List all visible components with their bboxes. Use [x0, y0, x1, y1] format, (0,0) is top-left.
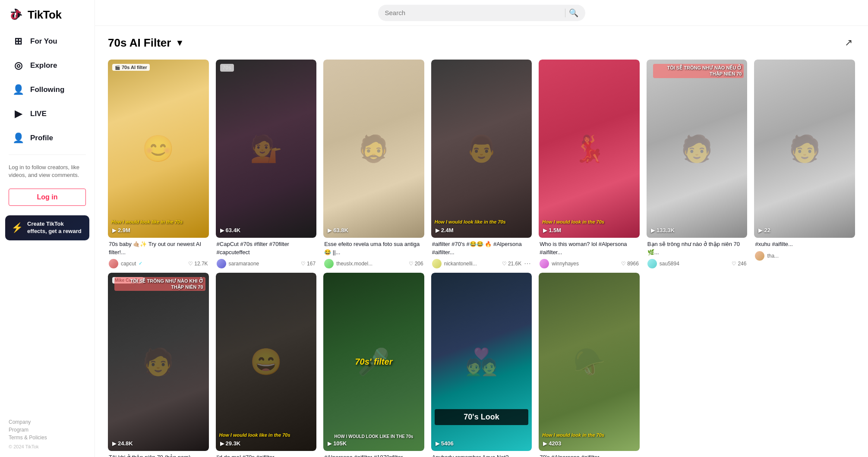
footer-link-company[interactable]: Company: [9, 419, 86, 425]
author-avatar-v1: [109, 259, 118, 268]
play-triangle-icon: ▶: [328, 227, 331, 233]
capcut-icon: 🎬: [115, 65, 120, 70]
author-avatar-v6: [647, 259, 657, 268]
sidebar-item-following[interactable]: 👤 Following: [3, 79, 91, 101]
author-name-v6: sau5894: [660, 261, 679, 267]
video-author-v5: winnyhayes ♡ 8966: [540, 259, 639, 268]
face-placeholder: 😊: [108, 60, 209, 238]
create-effect-banner[interactable]: ⚡ Create TikTok effects, get a reward: [5, 215, 89, 240]
sidebar-item-for-you[interactable]: ⊞ For You: [3, 30, 91, 53]
like-count-v3: ♡ 206: [409, 261, 423, 267]
play-triangle-icon: ▶: [112, 227, 116, 233]
heart-icon-v2: ♡: [301, 261, 306, 267]
logo[interactable]: T TikTok: [0, 0, 95, 29]
footer-link-program[interactable]: Program: [9, 427, 86, 433]
video-desc-v11: Anybody remember Aqua Net? #Alpersona #a…: [432, 454, 531, 457]
sidebar: T TikTok ⊞ For You ◎ Explore 👤 Following…: [0, 0, 95, 457]
thumb-bg-v10: 🎤 70s' filter HOW I WOULD LOOK LIKE IN T…: [323, 273, 424, 451]
more-button-v4[interactable]: ⋯: [524, 259, 531, 268]
sidebar-item-live[interactable]: ▶ LIVE: [3, 103, 91, 125]
heart-icon-v6: ♡: [732, 261, 736, 267]
video-desc-v9: I'd do me! #70s #aifilter: [217, 454, 316, 457]
footer-link-terms[interactable]: Terms & Policies: [9, 435, 86, 441]
face-placeholder: 🧑: [754, 60, 855, 238]
like-count-v2: ♡ 167: [301, 261, 316, 267]
play-triangle-icon: ▶: [220, 441, 224, 447]
video-badge-v2: 70s: [220, 64, 234, 72]
play-count-v6: ▶ 133.3K: [651, 227, 675, 233]
video-thumbnail-v12: 🪖 How I would look in the 70s ▶ 4203: [539, 273, 640, 451]
thumb-bg-v12: 🪖 How I would look in the 70s: [539, 273, 640, 451]
video-card-v8[interactable]: 🧑 Mike CapCut TÔI SẼ TRÔNG NHƯ NÀO KHI Ở…: [108, 273, 209, 457]
video-thumbnail-v10: 🎤 70s' filter HOW I WOULD LOOK LIKE IN T…: [323, 273, 424, 451]
author-name-v7: tha...: [767, 253, 779, 259]
play-triangle-icon: ▶: [651, 227, 655, 233]
video-desc-v10: #Alpersona #aifilter #1970sfilter...: [324, 454, 423, 457]
video-thumbnail-v3: 🧔 ▶ 63.8K: [323, 60, 424, 238]
login-button[interactable]: Log in: [9, 189, 86, 206]
video-desc-v5: Who is this woman? lol #Alpersona #aifil…: [540, 240, 639, 256]
video-card-v9[interactable]: 😄 How I would look like in the 70s ▶ 29.…: [216, 273, 317, 457]
video-card-v7[interactable]: 🧑 ▶ 22 #xuhu #aifilte... tha...: [754, 60, 855, 271]
video-card-v5[interactable]: 💃 How I would look in the 70s ▶ 1.5M Who…: [539, 60, 640, 271]
video-badge-v1: 🎬 70s AI filter: [112, 64, 150, 71]
play-count-v8: ▶ 24.8K: [112, 440, 133, 447]
face-placeholder: 🧔: [323, 60, 424, 238]
thumb-bg-v1: 😊 🎬 70s AI filter How I would look like …: [108, 60, 209, 238]
like-count-v1: ♡ 12.7K: [188, 261, 208, 267]
video-card-v3[interactable]: 🧔 ▶ 63.8K Esse efeito revela uma foto su…: [323, 60, 424, 271]
sidebar-item-explore[interactable]: ◎ Explore: [3, 54, 91, 77]
live-icon: ▶: [12, 108, 24, 120]
face-placeholder: 😄: [216, 273, 317, 451]
thumb-bg-v3: 🧔: [323, 60, 424, 238]
video-card-v2[interactable]: 💁 70s ▶ 63.4K #CapCut #70s #filter #70fi…: [216, 60, 317, 271]
face-placeholder: 🧑: [647, 60, 748, 238]
video-author-v6: sau5894 ♡ 246: [647, 259, 747, 268]
video-info-v10: #Alpersona #aifilter #1970sfilter... ger…: [323, 451, 424, 457]
video-thumbnail-v2: 💁 70s ▶ 63.4K: [216, 60, 317, 238]
video-card-v1[interactable]: 😊 🎬 70s AI filter How I would look like …: [108, 60, 209, 271]
video-card-v12[interactable]: 🪖 How I would look in the 70s ▶ 4203 70'…: [539, 273, 640, 457]
share-button[interactable]: ↗: [842, 35, 855, 51]
author-left-v3: theuslx.model...: [324, 259, 372, 268]
like-count-v4: ♡ 21.6K: [502, 261, 521, 267]
play-triangle-icon: ▶: [543, 227, 547, 233]
play-count-v1: ▶ 2.9M: [112, 227, 130, 233]
video-info-v2: #CapCut #70s #filter #70filter #capcutef…: [216, 238, 317, 271]
video-card-v11[interactable]: 💑 70's Look ▶ 5406 Anybody remember Aqua…: [431, 273, 532, 457]
play-count-v3: ▶ 63.8K: [328, 227, 348, 233]
thumb-bg-v4: 👨 How I would look like in the 70s: [431, 60, 532, 238]
thumb-bg-v9: 😄 How I would look like in the 70s: [216, 273, 317, 451]
overlay-text-v9: How I would look like in the 70s: [219, 432, 313, 438]
video-grid-row2: 🧑 Mike CapCut TÔI SẼ TRÔNG NHƯ NÀO KHI Ở…: [108, 273, 855, 457]
video-card-v6[interactable]: 🧑 TÔI SẼ TRÔNG NHƯ NÀO NẾU Ở THẬP NIÊN 7…: [647, 60, 748, 271]
video-desc-v1: 70s baby 🤙🏼✨ Try out our newest AI filte…: [109, 240, 208, 256]
video-grid-row1: 😊 🎬 70s AI filter How I would look like …: [108, 60, 855, 271]
sidebar-divider: [9, 154, 86, 155]
search-icon[interactable]: 🔍: [569, 8, 578, 18]
play-count-v9: ▶ 29.3K: [220, 440, 241, 447]
thumb-bg-v7: 🧑: [754, 60, 855, 238]
video-card-v10[interactable]: 🎤 70s' filter HOW I WOULD LOOK LIKE IN T…: [323, 273, 424, 457]
feed-header: 70s AI Filter ▼ ↗: [108, 35, 855, 51]
video-thumbnail-v7: 🧑 ▶ 22: [754, 60, 855, 238]
play-count-v11: ▶ 5406: [436, 440, 454, 447]
face-placeholder: 💁: [216, 60, 317, 238]
search-input[interactable]: [385, 9, 562, 16]
search-divider: [565, 9, 565, 17]
play-triangle-icon: ▶: [758, 227, 762, 233]
video-thumbnail-v9: 😄 How I would look like in the 70s ▶ 29.…: [216, 273, 317, 451]
feed-dropdown-icon[interactable]: ▼: [175, 38, 184, 48]
sidebar-item-profile[interactable]: 👤 Profile: [3, 127, 91, 149]
following-icon: 👤: [12, 84, 24, 96]
play-count-v10: ▶ 105K: [328, 440, 347, 447]
feed-title-area: 70s AI Filter ▼: [108, 36, 184, 50]
overlay-text-v11: 70's Look: [435, 409, 529, 425]
overlay-text-v10: 70s' filter: [328, 357, 419, 367]
author-left-v7: tha...: [755, 251, 779, 261]
author-name-v5: winnyhayes: [552, 261, 579, 267]
video-thumbnail-v6: 🧑 TÔI SẼ TRÔNG NHƯ NÀO NẾU Ở THẬP NIÊN 7…: [647, 60, 748, 238]
video-card-v4[interactable]: 👨 How I would look like in the 70s ▶ 2.4…: [431, 60, 532, 271]
video-thumbnail-v1: 😊 🎬 70s AI filter How I would look like …: [108, 60, 209, 238]
video-desc-v2: #CapCut #70s #filter #70filter #capcutef…: [217, 240, 316, 256]
